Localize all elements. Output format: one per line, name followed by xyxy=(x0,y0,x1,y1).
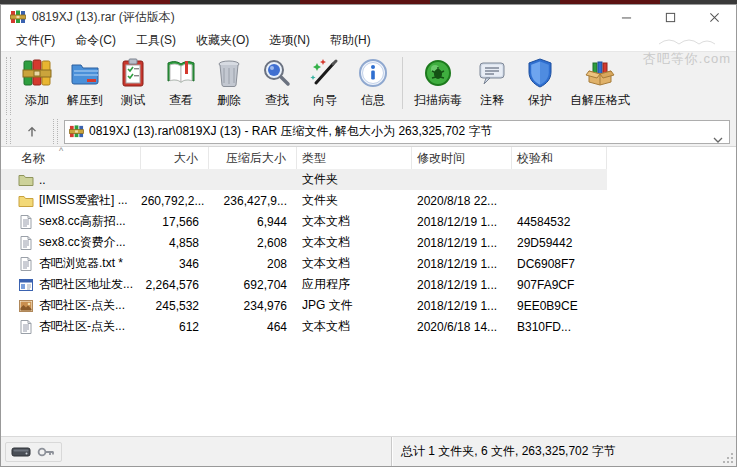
cell-size: 612 xyxy=(141,320,209,334)
menu-item-5[interactable]: 选项(N) xyxy=(259,29,320,52)
window-controls xyxy=(604,5,736,29)
column-header-1[interactable]: 大小 xyxy=(141,147,209,169)
cell-checksum: 907FA9CF xyxy=(512,278,607,292)
text-file-icon xyxy=(18,319,34,335)
cell-type: 应用程序 xyxy=(297,276,412,293)
column-header-label: 校验和 xyxy=(517,150,553,167)
key-icon[interactable] xyxy=(36,446,56,458)
column-header-label: 大小 xyxy=(174,150,198,167)
menu-item-4[interactable]: 收藏夹(O) xyxy=(186,29,259,52)
file-name: 杏吧浏览器.txt * xyxy=(39,255,123,272)
file-row-1[interactable]: [IMISS爱蜜社] ...260,792,2...236,427,9...文件… xyxy=(1,190,607,211)
cell-type: 文本文档 xyxy=(297,318,412,335)
toolbar-button-label: 添加 xyxy=(25,92,49,109)
toolbar-button-protect-shield[interactable]: 保护 xyxy=(516,55,564,111)
address-bar: 0819XJ (13).rar\0819XJ (13) - RAR 压缩文件, … xyxy=(1,117,736,147)
cell-name: 杏吧社区-点关... xyxy=(1,318,141,335)
cell-checksum: 29D59442 xyxy=(512,236,607,250)
column-header-label: 类型 xyxy=(302,150,326,167)
minimize-button[interactable] xyxy=(604,5,648,29)
column-header-0[interactable]: 名称^ xyxy=(1,147,141,169)
title-bar: 0819XJ (13).rar (评估版本) xyxy=(1,5,736,29)
cell-type: 文本文档 xyxy=(297,255,412,272)
menu-bar: 文件(F)命令(C)工具(S)收藏夹(O)选项(N)帮助(H) xyxy=(1,29,736,51)
toolbar-button-label: 解压到 xyxy=(67,92,103,109)
toolbar-button-wizard-wand[interactable]: 向导 xyxy=(301,55,349,111)
drive-icon[interactable] xyxy=(11,446,31,458)
statusbar-icons xyxy=(5,442,62,462)
file-row-3[interactable]: sex8.cc资费介...4,8582,608文本文档2018/12/19 1.… xyxy=(1,232,607,253)
toolbar-button-sfx-box[interactable]: 自解压格式 xyxy=(564,55,636,111)
folder-icon xyxy=(18,193,34,209)
column-header-5[interactable]: 校验和 xyxy=(512,147,607,169)
window-title: 0819XJ (13).rar (评估版本) xyxy=(32,9,175,26)
toolbar-button-scan-virus[interactable]: 扫描病毒 xyxy=(408,55,468,111)
winrar-window: 0819XJ (13).rar (评估版本) 杏吧等你.com 文件(F)命令(… xyxy=(0,4,737,467)
menu-item-1[interactable]: 文件(F) xyxy=(6,29,65,52)
cell-modified: 2018/12/19 1... xyxy=(412,257,512,271)
resize-grip-icon[interactable] xyxy=(722,452,734,464)
menu-item-6[interactable]: 帮助(H) xyxy=(320,29,381,52)
cell-name: [IMISS爱蜜社] ... xyxy=(1,192,141,209)
combobox-gripper[interactable] xyxy=(53,119,58,144)
cell-size: 17,566 xyxy=(141,215,209,229)
cell-checksum: 9EE0B9CE xyxy=(512,299,607,313)
menu-item-3[interactable]: 工具(S) xyxy=(126,29,186,52)
cell-packed: 464 xyxy=(209,320,297,334)
cell-size: 260,792,2... xyxy=(141,194,209,208)
column-header-4[interactable]: 修改时间 xyxy=(412,147,512,169)
file-name: 杏吧社区地址发... xyxy=(39,276,133,293)
toolbar-button-label: 删除 xyxy=(217,92,241,109)
column-header-3[interactable]: 类型 xyxy=(297,147,412,169)
cell-size: 2,264,576 xyxy=(141,278,209,292)
close-button[interactable] xyxy=(692,5,736,29)
file-row-5[interactable]: 杏吧社区地址发...2,264,576692,704应用程序2018/12/19… xyxy=(1,274,607,295)
toolbar-button-add-books[interactable]: 添加 xyxy=(13,55,61,111)
test-clipboard-icon xyxy=(117,57,149,89)
toolbar-button-label: 信息 xyxy=(361,92,385,109)
statusbar-total-section: 总计 1 文件夹, 6 文件, 263,325,702 字节 xyxy=(391,437,736,466)
toolbar-button-view-book[interactable]: 查看 xyxy=(157,55,205,111)
file-row-0[interactable]: ..文件夹 xyxy=(1,169,607,190)
toolbar-button-comment[interactable]: 注释 xyxy=(468,55,516,111)
toolbar-button-test-clipboard[interactable]: 测试 xyxy=(109,55,157,111)
toolbar-gripper[interactable] xyxy=(6,57,11,115)
cell-size: 346 xyxy=(141,257,209,271)
file-name: .. xyxy=(39,173,46,187)
menu-item-2[interactable]: 命令(C) xyxy=(65,29,126,52)
cell-modified: 2020/8/18 22... xyxy=(412,194,512,208)
up-directory-button[interactable] xyxy=(13,120,51,144)
toolbar-button-find-magnifier[interactable]: 查找 xyxy=(253,55,301,111)
file-row-4[interactable]: 杏吧浏览器.txt *346208文本文档2018/12/19 1...DC69… xyxy=(1,253,607,274)
file-row-2[interactable]: sex8.cc高薪招...17,5666,944文本文档2018/12/19 1… xyxy=(1,211,607,232)
add-books-icon xyxy=(21,57,53,89)
toolbar-button-extract-folder[interactable]: 解压到 xyxy=(61,55,109,111)
cell-type: 文本文档 xyxy=(297,234,412,251)
cell-type: JPG 文件 xyxy=(297,297,412,314)
chevron-down-icon[interactable] xyxy=(713,129,723,135)
column-header-2[interactable]: 压缩后大小 xyxy=(209,147,297,169)
jpg-icon xyxy=(18,298,34,314)
archive-path-text: 0819XJ (13).rar\0819XJ (13) - RAR 压缩文件, … xyxy=(89,123,713,140)
find-magnifier-icon xyxy=(261,57,293,89)
cell-name: 杏吧浏览器.txt * xyxy=(1,255,141,272)
file-row-6[interactable]: 杏吧社区-点关...245,532234,976JPG 文件2018/12/19… xyxy=(1,295,607,316)
extract-folder-icon xyxy=(69,57,101,89)
file-name: sex8.cc高薪招... xyxy=(39,213,126,230)
text-file-icon xyxy=(18,256,34,272)
toolbar-button-info[interactable]: 信息 xyxy=(349,55,397,111)
archive-path-combobox[interactable]: 0819XJ (13).rar\0819XJ (13) - RAR 压缩文件, … xyxy=(64,120,730,144)
wizard-wand-icon xyxy=(309,57,341,89)
cell-checksum: B310FD... xyxy=(512,320,607,334)
toolbar-button-label: 注释 xyxy=(480,92,504,109)
file-row-7[interactable]: 杏吧社区-点关...612464文本文档2020/6/18 14...B310F… xyxy=(1,316,607,337)
maximize-button[interactable] xyxy=(648,5,692,29)
toolbar: 添加解压到测试查看删除查找向导信息扫描病毒注释保护自解压格式 xyxy=(1,51,736,117)
file-name: sex8.cc资费介... xyxy=(39,234,126,251)
column-header-label: 名称 xyxy=(21,150,45,167)
toolbar-button-delete-trash[interactable]: 删除 xyxy=(205,55,253,111)
toolbar-button-label: 保护 xyxy=(528,92,552,109)
cell-packed: 692,704 xyxy=(209,278,297,292)
winrar-app-icon xyxy=(10,9,26,25)
addressbar-gripper[interactable] xyxy=(6,119,11,144)
